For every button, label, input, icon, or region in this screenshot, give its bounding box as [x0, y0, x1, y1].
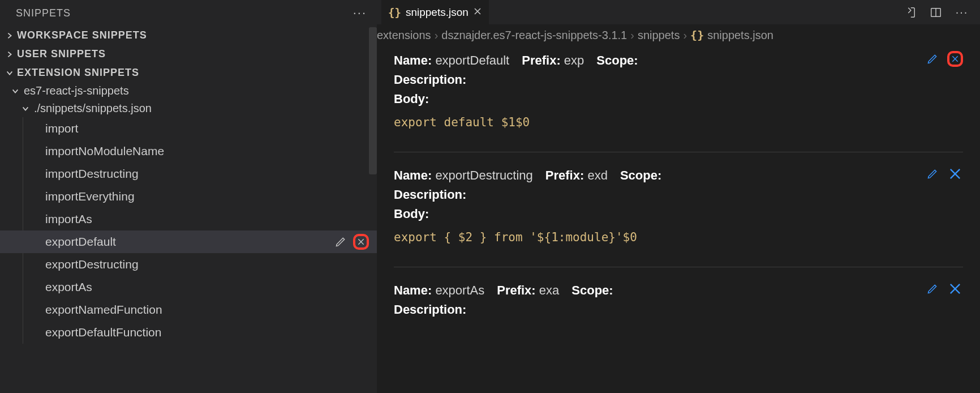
snippet-item-label: exportAs: [45, 280, 92, 294]
tab-snippets-json[interactable]: {} snippets.json: [381, 0, 489, 25]
name-label: Name:: [394, 283, 432, 297]
snippet-header-actions: [925, 51, 963, 67]
snippet-list-item[interactable]: import: [0, 117, 377, 140]
toggle-changes-icon[interactable]: [902, 5, 918, 20]
description-label: Description:: [394, 187, 466, 202]
section-label: EXTENSION SNIPPETS: [17, 67, 139, 79]
snippet-detail-block: Name: exportDestructing Prefix: exd Scop…: [394, 163, 963, 257]
editor: {} snippets.json ··· extensions › dsznaj…: [377, 0, 980, 393]
section-label: WORKSPACE SNIPPETS: [17, 29, 147, 41]
breadcrumb-separator-icon: ›: [683, 29, 687, 42]
snippet-list-item[interactable]: exportDefaultFunction: [0, 321, 377, 344]
breadcrumb-separator-icon: ›: [435, 29, 439, 42]
snippet-item-label: importAs: [45, 212, 92, 226]
breadcrumb-file-label: snippets.json: [707, 29, 773, 42]
body-label: Body:: [394, 207, 429, 221]
body-label: Body:: [394, 92, 429, 106]
snippet-list-item[interactable]: exportAs: [0, 276, 377, 298]
sidebar: SNIPPETS ··· WORKSPACE SNIPPETS USER SNI…: [0, 0, 377, 393]
edit-icon[interactable]: [925, 166, 940, 182]
breadcrumb-part[interactable]: dsznajder.es7-react-js-snippets-3.1.1: [441, 29, 627, 42]
tabbar-right-icons: ···: [902, 5, 980, 20]
snippet-list-item[interactable]: importDestructing: [0, 163, 377, 185]
snippet-list-item[interactable]: exportDestructing: [0, 253, 377, 276]
prefix-label: Prefix:: [545, 168, 584, 182]
divider: [394, 152, 963, 152]
body-line: Body:: [394, 89, 963, 109]
scope-label: Scope:: [596, 53, 638, 67]
snippet-list-item[interactable]: importNoModuleName: [0, 140, 377, 163]
json-file-icon: {}: [690, 28, 704, 42]
section-workspace-snippets[interactable]: WORKSPACE SNIPPETS: [0, 26, 377, 45]
section-user-snippets[interactable]: USER SNIPPETS: [0, 45, 377, 63]
tree-snippets-file[interactable]: ./snippets/snippets.json: [0, 100, 377, 117]
scope-label: Scope:: [571, 283, 613, 297]
prefix-value: exp: [564, 53, 584, 67]
tree-label: es7-react-js-snippets: [24, 84, 129, 97]
snippet-body-code: export { $2 } from '${1:module}'$0: [394, 224, 963, 246]
prefix-value: exd: [587, 168, 607, 182]
tree-label: ./snippets/snippets.json: [34, 102, 152, 115]
snippet-item-label: importNoModuleName: [45, 144, 164, 158]
snippet-header-actions: [925, 281, 963, 297]
breadcrumb-file[interactable]: {} snippets.json: [690, 28, 773, 42]
breadcrumbs[interactable]: extensions › dsznajder.es7-react-js-snip…: [377, 25, 980, 45]
chevron-down-icon: [5, 68, 15, 78]
more-actions-icon[interactable]: ···: [353, 6, 367, 20]
snippet-list-item[interactable]: importEverything: [0, 185, 377, 208]
delete-icon[interactable]: [947, 51, 963, 67]
snippet-list: importimportNoModuleNameimportDestructin…: [0, 117, 377, 344]
chevron-down-icon: [10, 86, 20, 96]
snippet-item-label: importDestructing: [45, 167, 139, 181]
name-value: exportDefault: [435, 53, 509, 67]
snippet-item-label: exportDefaultFunction: [45, 326, 161, 339]
snippet-header-line: Name: exportDefault Prefix: exp Scope:: [394, 51, 963, 70]
edit-icon[interactable]: [925, 281, 940, 297]
prefix-label: Prefix:: [522, 53, 560, 67]
description-line: Description:: [394, 300, 963, 319]
snippet-item-label: exportDefault: [45, 235, 116, 249]
snippet-header-line: Name: exportAs Prefix: exa Scope:: [394, 281, 963, 300]
editor-content: Name: exportDefault Prefix: exp Scope: D…: [377, 45, 980, 393]
delete-icon[interactable]: [947, 166, 963, 182]
snippet-header-line: Name: exportDestructing Prefix: exd Scop…: [394, 166, 963, 185]
delete-icon[interactable]: [353, 234, 369, 250]
prefix-label: Prefix:: [497, 283, 535, 297]
description-label: Description:: [394, 302, 466, 317]
snippet-item-actions: [333, 234, 369, 250]
tab-label: snippets.json: [406, 6, 468, 19]
snippet-item-label: exportNamedFunction: [45, 303, 162, 317]
tree-extension-name[interactable]: es7-react-js-snippets: [0, 82, 377, 100]
breadcrumb-separator-icon: ›: [630, 29, 634, 42]
tab-bar: {} snippets.json ···: [377, 0, 980, 25]
snippet-list-item[interactable]: exportNamedFunction: [0, 298, 377, 321]
split-editor-icon[interactable]: [928, 5, 944, 20]
description-line: Description:: [394, 185, 963, 204]
snippet-body-code: export default $1$0: [394, 109, 963, 131]
snippet-item-label: importEverything: [45, 190, 135, 203]
chevron-right-icon: [5, 31, 15, 41]
chevron-down-icon: [20, 104, 31, 114]
section-extension-snippets[interactable]: EXTENSION SNIPPETS: [0, 63, 377, 82]
name-value: exportAs: [435, 283, 484, 297]
divider: [394, 267, 963, 267]
breadcrumb-part[interactable]: extensions: [377, 29, 431, 42]
more-actions-icon[interactable]: ···: [954, 5, 970, 20]
sidebar-header: SNIPPETS ···: [0, 0, 377, 26]
breadcrumb-part[interactable]: snippets: [638, 29, 680, 42]
snippet-header-actions: [925, 166, 963, 182]
delete-icon[interactable]: [947, 281, 963, 297]
description-line: Description:: [394, 70, 963, 89]
sidebar-scrollbar[interactable]: [369, 27, 377, 174]
snippet-list-item[interactable]: importAs: [0, 208, 377, 230]
snippet-detail-block: Name: exportAs Prefix: exa Scope: Descri…: [394, 277, 963, 330]
name-label: Name:: [394, 168, 432, 182]
name-value: exportDestructing: [435, 168, 532, 182]
edit-icon[interactable]: [925, 51, 940, 67]
edit-icon[interactable]: [333, 234, 349, 250]
section-label: USER SNIPPETS: [17, 48, 106, 60]
snippet-list-item[interactable]: exportDefault: [0, 230, 377, 253]
snippet-item-label: exportDestructing: [45, 258, 139, 271]
name-label: Name:: [394, 53, 432, 67]
close-tab-icon[interactable]: [473, 6, 482, 19]
